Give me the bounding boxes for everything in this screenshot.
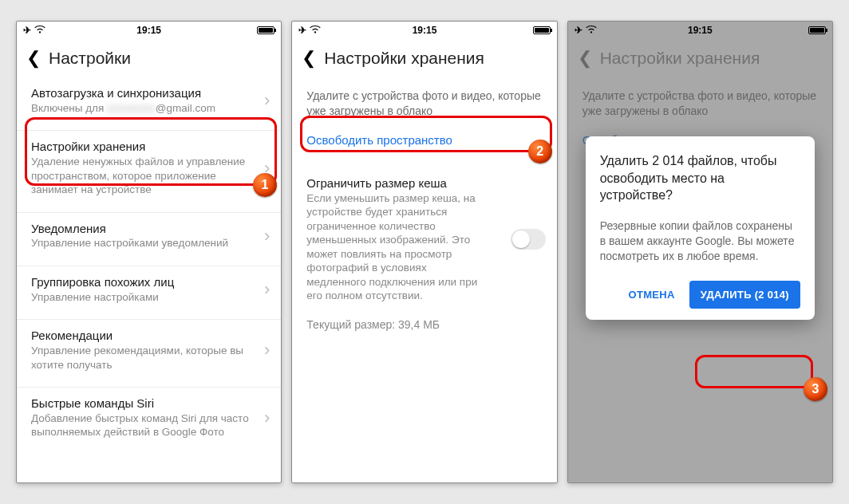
row-face-grouping[interactable]: Группировка похожих лиц Управление настр… <box>17 266 281 313</box>
row-title: Быстрые команды Siri <box>31 396 270 411</box>
status-time: 19:15 <box>568 25 832 36</box>
row-siri-shortcuts[interactable]: Быстрые команды Siri Добавление быстрых … <box>17 388 281 448</box>
row-subtitle: Управление настройками <box>31 290 270 305</box>
row-autoload-sync[interactable]: Автозагрузка и синхронизация Включены дл… <box>17 77 281 124</box>
cache-limit-toggle[interactable] <box>511 229 546 250</box>
chevron-right-icon: › <box>264 226 270 246</box>
phone-screen-storage-settings: ✈ 19:15 ❮ Настройки хранения Удалите с у… <box>291 21 557 483</box>
battery-icon <box>533 26 551 34</box>
chevron-right-icon: › <box>264 279 270 300</box>
annotation-step-marker: 1 <box>253 173 277 197</box>
chevron-right-icon: › <box>264 408 270 428</box>
row-recommendations[interactable]: Рекомендации Управление рекомендациями, … <box>17 320 281 380</box>
row-title: Рекомендации <box>31 329 270 344</box>
nav-header: ❮ Настройки хранения <box>292 37 556 77</box>
dialog-body: Резервные копии файлов сохранены в вашем… <box>600 219 800 264</box>
row-title: Ограничить размер кеша <box>306 176 500 191</box>
phone-screen-confirm-dialog: ✈ 19:15 ❮ Настройки хранения Удалите с у… <box>567 21 833 483</box>
row-title: Уведомления <box>31 222 270 237</box>
battery-icon <box>808 26 826 34</box>
nav-header: ❮ Настройки <box>17 37 281 77</box>
phone-screen-settings: ✈ 19:15 ❮ Настройки Автозагрузка и синхр… <box>16 21 282 483</box>
helper-text: Удалите с устройства фото и видео, котор… <box>292 77 556 124</box>
row-subtitle: Управление рекомендациями, которые вы хо… <box>31 344 270 372</box>
annotation-step-marker: 2 <box>528 140 552 163</box>
row-subtitle: Удаление ненужных файлов и управление пр… <box>31 155 270 197</box>
cancel-button[interactable]: ОТМЕНА <box>621 282 683 307</box>
page-title: Настройки <box>49 49 131 68</box>
row-subtitle: Включены для xxxxxxxxx@gmail.com <box>31 101 270 116</box>
back-icon[interactable]: ❮ <box>302 49 316 67</box>
status-time: 19:15 <box>17 25 281 36</box>
back-icon[interactable]: ❮ <box>26 49 41 67</box>
row-limit-cache: Ограничить размер кеша Если уменьшить ра… <box>292 167 556 312</box>
row-title: Настройки хранения <box>31 140 270 155</box>
row-subtitle: Управление настройками уведомлений <box>31 236 270 250</box>
free-up-space-button[interactable]: Освободить пространство <box>292 124 556 156</box>
dialog-actions: ОТМЕНА УДАЛИТЬ (2 014) <box>600 281 800 309</box>
confirm-delete-dialog: Удалить 2 014 файлов, чтобы освободить м… <box>586 136 815 320</box>
battery-icon <box>257 26 274 34</box>
row-notifications[interactable]: Уведомления Управление настройками уведо… <box>17 213 281 259</box>
row-title: Автозагрузка и синхронизация <box>31 86 270 101</box>
row-subtitle: Если уменьшить размер кеша, на устройств… <box>306 191 500 303</box>
delete-button[interactable]: УДАЛИТЬ (2 014) <box>689 281 800 309</box>
cache-current-size: Текущий размер: 39,4 МБ <box>292 312 556 331</box>
status-bar: ✈ 19:15 <box>568 22 832 37</box>
status-bar: ✈ 19:15 <box>17 22 281 37</box>
annotation-step-marker: 3 <box>804 377 827 401</box>
status-bar: ✈ 19:15 <box>292 22 556 37</box>
row-title: Группировка похожих лиц <box>31 275 270 290</box>
chevron-right-icon: › <box>264 90 270 111</box>
dialog-title: Удалить 2 014 файлов, чтобы освободить м… <box>600 152 800 204</box>
row-subtitle: Добавление быстрых команд Siri для часто… <box>31 411 270 439</box>
chevron-right-icon: › <box>264 340 270 360</box>
row-storage-settings[interactable]: Настройки хранения Удаление ненужных фай… <box>17 131 281 205</box>
page-title: Настройки хранения <box>324 49 484 68</box>
status-time: 19:15 <box>292 25 556 36</box>
